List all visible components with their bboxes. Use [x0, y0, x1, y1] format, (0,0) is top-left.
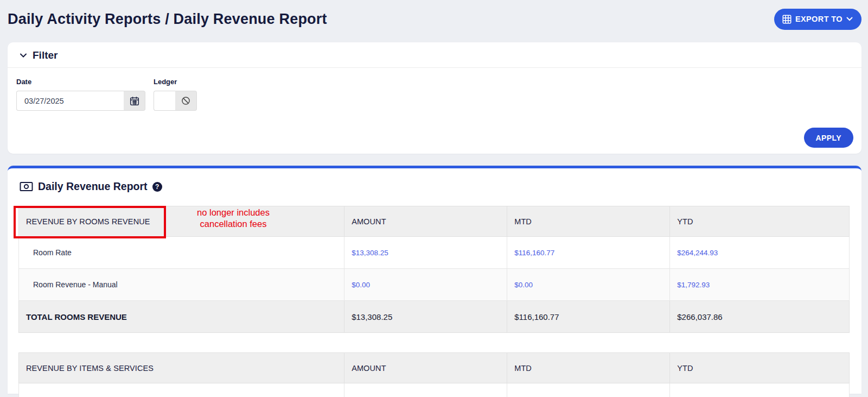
chevron-down-icon	[20, 53, 27, 58]
page-title: Daily Activity Reports / Daily Revenue R…	[8, 11, 327, 28]
rooms-revenue-table: REVENUE BY ROOMS REVENUE AMOUNT MTD YTD …	[18, 206, 850, 333]
calendar-button[interactable]	[124, 91, 145, 111]
total-ytd: $266,037.86	[670, 301, 850, 333]
table-header-row: REVENUE BY ROOMS REVENUE AMOUNT MTD YTD	[19, 206, 850, 237]
ledger-label: Ledger	[154, 78, 197, 86]
date-field: Date	[16, 78, 145, 111]
mtd-link[interactable]: $116,160.77	[507, 237, 670, 269]
export-to-button[interactable]: EXPORT TO	[774, 9, 861, 30]
filter-panel: Filter Date	[8, 42, 861, 154]
filter-title: Filter	[33, 49, 58, 61]
column-header-section: REVENUE BY ROOMS REVENUE	[19, 206, 344, 237]
rooms-revenue-table-wrap: REVENUE BY ROOMS REVENUE AMOUNT MTD YTD …	[18, 206, 850, 397]
filter-collapse-toggle[interactable]: Filter	[8, 42, 861, 68]
top-bar: Daily Activity Reports / Daily Revenue R…	[0, 0, 868, 38]
apply-button[interactable]: APPLY	[804, 128, 853, 148]
column-header-mtd: MTD	[507, 353, 670, 383]
apply-label: APPLY	[816, 134, 841, 142]
export-to-label: EXPORT TO	[795, 15, 843, 23]
total-mtd: $116,160.77	[507, 301, 670, 333]
row-label: Room Rate	[19, 237, 344, 269]
calendar-icon	[130, 96, 139, 106]
no-entry-icon	[181, 96, 190, 105]
money-bill-icon	[20, 181, 33, 192]
column-header-ytd: YTD	[670, 206, 850, 237]
report-title: Daily Revenue Report	[38, 180, 148, 193]
total-label: TOTAL ROOMS REVENUE	[19, 301, 344, 333]
table-grid-icon	[782, 15, 792, 24]
total-amount: $13,308.25	[344, 301, 507, 333]
chevron-down-icon	[846, 17, 853, 21]
total-row: TOTAL ROOMS REVENUE $13,308.25 $116,160.…	[19, 301, 850, 333]
mtd-link[interactable]: $0.00	[507, 269, 670, 301]
help-icon[interactable]: ?	[152, 182, 162, 192]
date-label: Date	[16, 78, 145, 86]
amount-link[interactable]: $13,308.25	[344, 237, 507, 269]
daily-revenue-report-panel: Daily Revenue Report ? REVENUE BY ROOMS …	[8, 166, 861, 394]
amount-link[interactable]: $0.00	[344, 269, 507, 301]
filter-body: Date Ledger	[8, 68, 861, 111]
column-header-ytd: YTD	[670, 353, 850, 383]
table-row: Room Rate $13,308.25 $116,160.77 $264,24…	[19, 237, 850, 269]
ledger-field: Ledger	[154, 78, 197, 111]
ytd-link[interactable]: $1,792.93	[670, 269, 850, 301]
table-row: Room Revenue - Manual $0.00 $0.00 $1,792…	[19, 269, 850, 301]
table-row	[19, 383, 850, 397]
column-header-amount: AMOUNT	[344, 206, 507, 237]
date-input[interactable]	[16, 91, 124, 111]
column-header-section: REVENUE BY ITEMS & SERVICES	[19, 353, 344, 383]
row-label: Room Revenue - Manual	[19, 269, 344, 301]
column-header-amount: AMOUNT	[344, 353, 507, 383]
table-header-row: REVENUE BY ITEMS & SERVICES AMOUNT MTD Y…	[19, 353, 850, 383]
ledger-input[interactable]	[154, 91, 175, 111]
items-services-table: REVENUE BY ITEMS & SERVICES AMOUNT MTD Y…	[18, 352, 850, 397]
ytd-link[interactable]: $264,244.93	[670, 237, 850, 269]
ledger-clear-button[interactable]	[175, 91, 197, 111]
column-header-mtd: MTD	[507, 206, 670, 237]
